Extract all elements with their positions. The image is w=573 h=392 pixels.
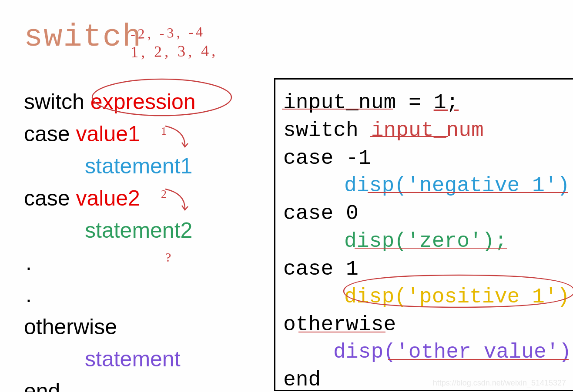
syntax-statement-otherwise: statement [24, 343, 268, 375]
code-line-9: otherwise [283, 311, 573, 339]
code-line-7: case 1 [283, 256, 573, 283]
syntax-statement1: statement1 [24, 150, 268, 182]
code-line-3: case -1 [283, 145, 573, 173]
ellipsis-dot-2: . [24, 279, 268, 311]
code-line-1: input_num = 1; [283, 89, 573, 117]
code-line-4: disp('negative 1') [283, 172, 573, 200]
value2-text: value2 [76, 186, 140, 210]
syntax-end: end [24, 375, 268, 392]
syntax-line-case1: case value1 [24, 118, 268, 150]
code-line-6: disp('zero'); [283, 228, 573, 256]
kw-switch: switch [24, 90, 84, 114]
syntax-template-pane: switch switch expression case value1 sta… [24, 20, 268, 392]
syntax-line-switch: switch expression [24, 86, 268, 118]
code-line-5: case 0 [283, 200, 573, 228]
kw-case1: case [24, 122, 70, 146]
syntax-line-case2: case value2 [24, 182, 268, 214]
syntax-statement2: statement2 [24, 214, 268, 246]
code-line-10: disp('other value') [283, 339, 573, 366]
watermark-text: https://blog.csdn.net/weixin_51415327 [433, 379, 566, 388]
value1-text: value1 [76, 122, 140, 146]
kw-case2: case [24, 186, 70, 210]
code-line-8: disp('positive 1') [283, 283, 573, 311]
expression-text: expression [90, 90, 196, 114]
code-example-pane: input_num = 1; switch input_num case -1 … [274, 78, 573, 391]
ellipsis-dot-1: . [24, 246, 268, 279]
code-line-2: switch input_num [283, 117, 573, 145]
syntax-otherwise: otherwise [24, 311, 268, 343]
switch-title: switch [24, 20, 268, 55]
